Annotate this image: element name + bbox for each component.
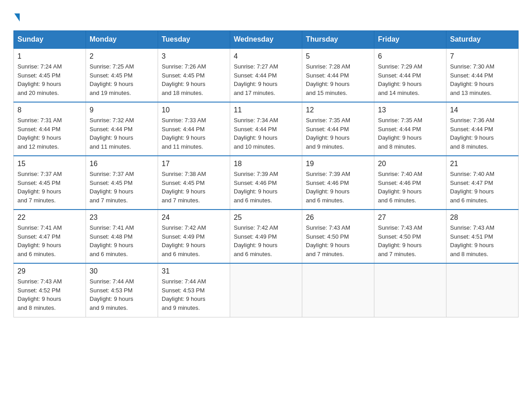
day-info: Sunrise: 7:41 AMSunset: 4:48 PMDaylight:… (90, 223, 154, 258)
day-info: Sunrise: 7:39 AMSunset: 4:46 PMDaylight:… (234, 170, 298, 205)
day-info: Sunrise: 7:42 AMSunset: 4:49 PMDaylight:… (162, 223, 226, 258)
calendar-cell: 4 Sunrise: 7:27 AMSunset: 4:44 PMDayligh… (230, 48, 302, 102)
calendar-cell: 30 Sunrise: 7:44 AMSunset: 4:53 PMDaylig… (86, 263, 158, 317)
calendar-week-3: 15 Sunrise: 7:37 AMSunset: 4:45 PMDaylig… (14, 156, 519, 210)
day-info: Sunrise: 7:33 AMSunset: 4:44 PMDaylight:… (162, 116, 226, 151)
day-info: Sunrise: 7:32 AMSunset: 4:44 PMDaylight:… (90, 116, 154, 151)
calendar-cell (230, 263, 302, 317)
calendar-cell: 31 Sunrise: 7:44 AMSunset: 4:53 PMDaylig… (158, 263, 230, 317)
day-number: 1 (17, 52, 82, 60)
day-info: Sunrise: 7:35 AMSunset: 4:44 PMDaylight:… (378, 116, 442, 151)
calendar-cell: 14 Sunrise: 7:36 AMSunset: 4:44 PMDaylig… (446, 102, 519, 156)
day-info: Sunrise: 7:44 AMSunset: 4:53 PMDaylight:… (90, 277, 154, 312)
calendar-cell: 3 Sunrise: 7:26 AMSunset: 4:45 PMDayligh… (158, 48, 230, 102)
day-number: 16 (90, 160, 154, 168)
day-info: Sunrise: 7:44 AMSunset: 4:53 PMDaylight:… (162, 277, 226, 312)
day-info: Sunrise: 7:37 AMSunset: 4:45 PMDaylight:… (90, 170, 154, 205)
day-number: 30 (90, 267, 154, 275)
calendar-cell: 12 Sunrise: 7:35 AMSunset: 4:44 PMDaylig… (302, 102, 374, 156)
calendar-cell: 19 Sunrise: 7:39 AMSunset: 4:46 PMDaylig… (302, 156, 374, 210)
day-number: 4 (234, 52, 298, 60)
day-info: Sunrise: 7:36 AMSunset: 4:44 PMDaylight:… (450, 116, 515, 151)
weekday-header-row: SundayMondayTuesdayWednesdayThursdayFrid… (14, 31, 519, 49)
calendar-cell: 16 Sunrise: 7:37 AMSunset: 4:45 PMDaylig… (86, 156, 158, 210)
day-number: 7 (450, 52, 515, 60)
day-number: 31 (162, 267, 226, 275)
weekday-header-saturday: Saturday (446, 31, 519, 49)
day-info: Sunrise: 7:34 AMSunset: 4:44 PMDaylight:… (234, 116, 298, 151)
calendar-cell: 29 Sunrise: 7:43 AMSunset: 4:52 PMDaylig… (14, 263, 86, 317)
weekday-header-thursday: Thursday (302, 31, 374, 49)
weekday-header-tuesday: Tuesday (158, 31, 230, 49)
day-info: Sunrise: 7:42 AMSunset: 4:49 PMDaylight:… (234, 223, 298, 258)
day-info: Sunrise: 7:27 AMSunset: 4:44 PMDaylight:… (234, 62, 298, 97)
day-number: 8 (17, 106, 82, 114)
day-info: Sunrise: 7:43 AMSunset: 4:50 PMDaylight:… (306, 223, 370, 258)
day-info: Sunrise: 7:29 AMSunset: 4:44 PMDaylight:… (378, 62, 442, 97)
calendar-week-4: 22 Sunrise: 7:41 AMSunset: 4:47 PMDaylig… (14, 210, 519, 263)
calendar-cell: 25 Sunrise: 7:42 AMSunset: 4:49 PMDaylig… (230, 210, 302, 263)
calendar-cell: 9 Sunrise: 7:32 AMSunset: 4:44 PMDayligh… (86, 102, 158, 156)
day-number: 5 (306, 52, 370, 60)
day-info: Sunrise: 7:37 AMSunset: 4:45 PMDaylight:… (17, 170, 82, 205)
day-number: 29 (17, 267, 82, 275)
day-info: Sunrise: 7:35 AMSunset: 4:44 PMDaylight:… (306, 116, 370, 151)
calendar-cell (374, 263, 446, 317)
calendar-cell: 11 Sunrise: 7:34 AMSunset: 4:44 PMDaylig… (230, 102, 302, 156)
day-info: Sunrise: 7:40 AMSunset: 4:47 PMDaylight:… (450, 170, 515, 205)
day-number: 15 (17, 160, 82, 168)
day-number: 17 (162, 160, 226, 168)
day-number: 18 (234, 160, 298, 168)
day-number: 9 (90, 106, 154, 114)
calendar-week-2: 8 Sunrise: 7:31 AMSunset: 4:44 PMDayligh… (14, 102, 519, 156)
day-number: 2 (90, 52, 154, 60)
day-number: 22 (17, 214, 82, 222)
day-info: Sunrise: 7:40 AMSunset: 4:46 PMDaylight:… (378, 170, 442, 205)
day-info: Sunrise: 7:28 AMSunset: 4:44 PMDaylight:… (306, 62, 370, 97)
calendar-cell: 26 Sunrise: 7:43 AMSunset: 4:50 PMDaylig… (302, 210, 374, 263)
weekday-header-friday: Friday (374, 31, 446, 49)
day-info: Sunrise: 7:43 AMSunset: 4:52 PMDaylight:… (17, 277, 82, 312)
day-info: Sunrise: 7:43 AMSunset: 4:51 PMDaylight:… (450, 223, 515, 258)
day-number: 24 (162, 214, 226, 222)
calendar-cell: 13 Sunrise: 7:35 AMSunset: 4:44 PMDaylig… (374, 102, 446, 156)
day-number: 27 (378, 214, 442, 222)
day-info: Sunrise: 7:26 AMSunset: 4:45 PMDaylight:… (162, 62, 226, 97)
day-number: 20 (378, 160, 442, 168)
calendar-cell: 28 Sunrise: 7:43 AMSunset: 4:51 PMDaylig… (446, 210, 519, 263)
calendar-cell: 22 Sunrise: 7:41 AMSunset: 4:47 PMDaylig… (14, 210, 86, 263)
calendar-cell: 18 Sunrise: 7:39 AMSunset: 4:46 PMDaylig… (230, 156, 302, 210)
calendar-week-5: 29 Sunrise: 7:43 AMSunset: 4:52 PMDaylig… (14, 263, 519, 317)
day-number: 26 (306, 214, 370, 222)
day-number: 3 (162, 52, 226, 60)
day-number: 28 (450, 214, 515, 222)
page-header (13, 9, 519, 21)
calendar-cell: 24 Sunrise: 7:42 AMSunset: 4:49 PMDaylig… (158, 210, 230, 263)
logo-arrow-icon (14, 13, 20, 21)
calendar-cell (302, 263, 374, 317)
day-info: Sunrise: 7:43 AMSunset: 4:50 PMDaylight:… (378, 223, 442, 258)
calendar-cell: 20 Sunrise: 7:40 AMSunset: 4:46 PMDaylig… (374, 156, 446, 210)
day-number: 21 (450, 160, 515, 168)
day-number: 13 (378, 106, 442, 114)
calendar-week-1: 1 Sunrise: 7:24 AMSunset: 4:45 PMDayligh… (14, 48, 519, 102)
day-number: 11 (234, 106, 298, 114)
weekday-header-wednesday: Wednesday (230, 31, 302, 49)
day-info: Sunrise: 7:39 AMSunset: 4:46 PMDaylight:… (306, 170, 370, 205)
calendar-cell: 17 Sunrise: 7:38 AMSunset: 4:45 PMDaylig… (158, 156, 230, 210)
calendar-cell: 23 Sunrise: 7:41 AMSunset: 4:48 PMDaylig… (86, 210, 158, 263)
calendar-cell: 10 Sunrise: 7:33 AMSunset: 4:44 PMDaylig… (158, 102, 230, 156)
day-info: Sunrise: 7:38 AMSunset: 4:45 PMDaylight:… (162, 170, 226, 205)
day-number: 6 (378, 52, 442, 60)
weekday-header-monday: Monday (86, 31, 158, 49)
calendar-cell: 21 Sunrise: 7:40 AMSunset: 4:47 PMDaylig… (446, 156, 519, 210)
calendar-cell: 15 Sunrise: 7:37 AMSunset: 4:45 PMDaylig… (14, 156, 86, 210)
calendar-cell: 1 Sunrise: 7:24 AMSunset: 4:45 PMDayligh… (14, 48, 86, 102)
day-number: 19 (306, 160, 370, 168)
day-number: 25 (234, 214, 298, 222)
logo (13, 13, 21, 21)
day-info: Sunrise: 7:25 AMSunset: 4:45 PMDaylight:… (90, 62, 154, 97)
calendar-cell: 5 Sunrise: 7:28 AMSunset: 4:44 PMDayligh… (302, 48, 374, 102)
calendar-cell (446, 263, 519, 317)
day-info: Sunrise: 7:31 AMSunset: 4:44 PMDaylight:… (17, 116, 82, 151)
